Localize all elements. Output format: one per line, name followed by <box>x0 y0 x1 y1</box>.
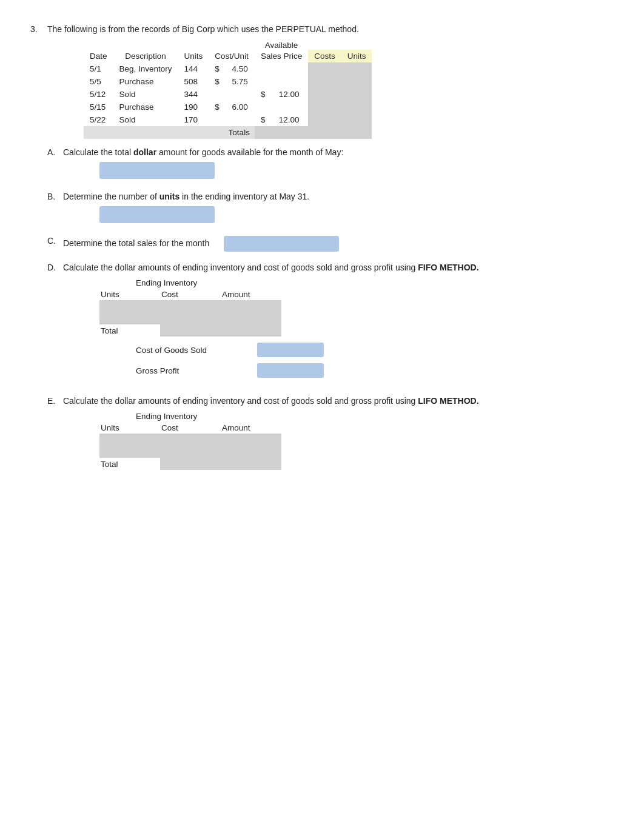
fifo-units-cell <box>99 312 160 324</box>
lifo-table: Ending Inventory Units Cost Amount <box>99 411 281 470</box>
part-d-text-before: Calculate the dollar amounts of ending i… <box>63 263 418 272</box>
part-b-bold: units <box>159 192 179 201</box>
costs-blurred <box>308 88 341 101</box>
fifo-total-label: Total <box>99 324 160 337</box>
avail-units-blurred <box>341 113 372 126</box>
part-c-letter: C. <box>47 236 63 246</box>
part-d: D. Calculate the dollar amounts of endin… <box>47 263 614 383</box>
lifo-total-amount <box>221 458 281 470</box>
lifo-col-amount: Amount <box>221 422 281 434</box>
lifo-ending-inv-header: Ending Inventory <box>99 411 281 422</box>
question-intro: The following is from the records of Big… <box>47 24 359 34</box>
fifo-col-units: Units <box>99 289 160 300</box>
part-b-text-after: in the ending inventory at May 31. <box>179 192 309 201</box>
avail-units-blurred <box>341 101 372 113</box>
cogs-answer-box <box>257 343 324 357</box>
units-cell: 190 <box>178 101 209 113</box>
cogs-label: Cost of Goods Sold <box>136 346 233 355</box>
table-row <box>99 312 281 324</box>
table-row: 5/15 Purchase 190 $ 6.00 <box>84 101 372 113</box>
dollar-sign-cell: $ <box>209 62 226 75</box>
question-number: 3. <box>30 24 47 34</box>
lifo-total-row: Total <box>99 458 281 470</box>
part-a-text-after: amount for goods available for the month… <box>156 147 343 157</box>
lifo-col-cost: Cost <box>160 422 221 434</box>
part-e-text-before: Calculate the dollar amounts of ending i… <box>63 396 418 406</box>
date-cell: 5/5 <box>84 75 113 88</box>
part-d-letter: D. <box>47 263 63 272</box>
part-b-text-before: Determine the number of <box>63 192 159 201</box>
date-cell: 5/22 <box>84 113 113 126</box>
dollar-sign-cell: $ <box>255 113 273 126</box>
part-c: C. Determine the total sales for the mon… <box>47 236 614 252</box>
cost-unit-val-cell: 4.50 <box>226 62 255 75</box>
fifo-total-row: Total <box>99 324 281 337</box>
part-b-content: Determine the number of units in the end… <box>63 192 614 230</box>
col-header-sales-price: Sales Price <box>255 50 308 62</box>
part-d-bold: FIFO METHOD. <box>418 263 478 272</box>
gp-label: Gross Profit <box>136 366 233 375</box>
part-d-content: Calculate the dollar amounts of ending i… <box>63 263 614 383</box>
cost-unit-val-cell: 6.00 <box>226 101 255 113</box>
part-a-content: Calculate the total dollar amount for go… <box>63 147 614 186</box>
lifo-amount-cell <box>221 434 281 446</box>
lifo-table-wrapper: Ending Inventory Units Cost Amount <box>99 411 614 470</box>
totals-row: Totals <box>84 126 372 139</box>
fifo-amount-cell <box>221 312 281 324</box>
table-row <box>99 300 281 312</box>
date-cell: 5/12 <box>84 88 113 101</box>
col-header-costs: Costs <box>308 50 341 62</box>
fifo-cost-cell <box>160 300 221 312</box>
table-row: 5/1 Beg. Inventory 144 $ 4.50 <box>84 62 372 75</box>
part-b-answer-block <box>99 206 614 225</box>
part-b-letter: B. <box>47 192 63 201</box>
lifo-units-cell <box>99 434 160 446</box>
table-row: 5/5 Purchase 508 $ 5.75 <box>84 75 372 88</box>
table-row <box>99 434 281 446</box>
cost-unit-val-cell: 5.75 <box>226 75 255 88</box>
units-cell: 170 <box>178 113 209 126</box>
lifo-col-units: Units <box>99 422 160 434</box>
table-row: 5/22 Sold 170 $ 12.00 <box>84 113 372 126</box>
part-a-answer-box <box>99 162 215 179</box>
date-cell: 5/15 <box>84 101 113 113</box>
sales-price-val-cell: 12.00 <box>273 88 308 101</box>
part-e-letter: E. <box>47 396 63 406</box>
lifo-cost-cell <box>160 434 221 446</box>
desc-cell: Sold <box>113 113 178 126</box>
avail-units-blurred <box>341 62 372 75</box>
fifo-units-cell <box>99 300 160 312</box>
fifo-table-wrapper: Ending Inventory Units Cost Amount <box>99 277 614 337</box>
part-b-answer-box <box>99 206 215 223</box>
desc-cell: Purchase <box>113 75 178 88</box>
dollar-sign-cell: $ <box>255 88 273 101</box>
fifo-total-cost <box>160 324 221 337</box>
part-e-bold: LIFO METHOD. <box>418 396 478 406</box>
costs-blurred <box>308 101 341 113</box>
part-c-text: Determine the total sales for the month <box>63 238 209 248</box>
gp-answer-box <box>257 363 324 378</box>
part-a: A. Calculate the total dollar amount for… <box>47 147 614 186</box>
lifo-cost-cell <box>160 446 221 458</box>
part-e-content: Calculate the dollar amounts of ending i… <box>63 396 614 476</box>
lifo-units-cell <box>99 446 160 458</box>
part-c-content: Determine the total sales for the month <box>63 236 614 252</box>
inventory-table-wrapper: Available Date Description Units Cost/Un… <box>84 39 614 139</box>
costs-blurred <box>308 113 341 126</box>
part-a-answer-block <box>99 162 614 181</box>
fifo-col-amount: Amount <box>221 289 281 300</box>
col-header-description: Description <box>113 50 178 62</box>
question-3: 3. The following is from the records of … <box>30 24 614 480</box>
avail-units-blurred <box>341 88 372 101</box>
fifo-total-amount <box>221 324 281 337</box>
fifo-col-cost: Cost <box>160 289 221 300</box>
part-c-answer-box <box>224 236 339 252</box>
fifo-ending-inv-header: Ending Inventory <box>99 277 281 289</box>
desc-cell: Purchase <box>113 101 178 113</box>
avail-units-blurred <box>341 75 372 88</box>
fifo-amount-cell <box>221 300 281 312</box>
units-cell: 508 <box>178 75 209 88</box>
costs-blurred <box>308 62 341 75</box>
cogs-row: Cost of Goods Sold <box>99 343 614 357</box>
fifo-table: Ending Inventory Units Cost Amount <box>99 277 281 337</box>
